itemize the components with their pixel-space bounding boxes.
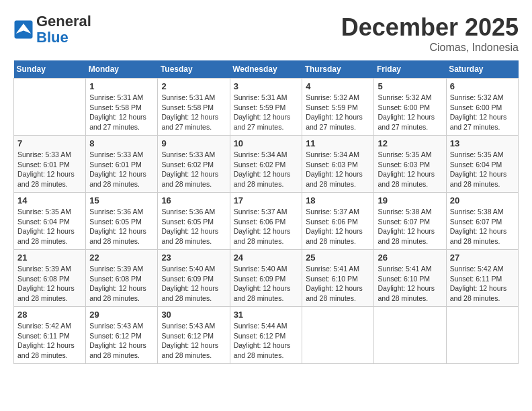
day-number: 3 <box>234 81 299 91</box>
header: General Blue December 2025 Ciomas, Indon… <box>13 13 519 54</box>
day-number: 24 <box>234 253 299 263</box>
calendar-cell <box>374 307 446 364</box>
day-number: 5 <box>378 81 442 91</box>
weekday-header: Wednesday <box>230 60 302 79</box>
day-info: Sunrise: 5:31 AM Sunset: 5:58 PM Dayligh… <box>161 93 226 132</box>
day-info: Sunrise: 5:36 AM Sunset: 6:05 PM Dayligh… <box>161 207 226 246</box>
logo: General Blue <box>13 13 91 46</box>
calendar-cell: 14Sunrise: 5:35 AM Sunset: 6:04 PM Dayli… <box>14 193 86 250</box>
calendar-cell <box>446 307 518 364</box>
weekday-header: Monday <box>86 60 158 79</box>
day-number: 19 <box>378 195 442 205</box>
calendar-cell <box>302 307 374 364</box>
calendar-cell: 2Sunrise: 5:31 AM Sunset: 5:58 PM Daylig… <box>158 79 230 136</box>
weekday-header: Sunday <box>14 60 86 79</box>
calendar-cell: 30Sunrise: 5:43 AM Sunset: 6:12 PM Dayli… <box>158 307 230 364</box>
calendar-cell: 27Sunrise: 5:42 AM Sunset: 6:11 PM Dayli… <box>446 250 518 307</box>
calendar-cell: 20Sunrise: 5:38 AM Sunset: 6:07 PM Dayli… <box>446 193 518 250</box>
day-info: Sunrise: 5:38 AM Sunset: 6:07 PM Dayligh… <box>450 207 515 246</box>
day-info: Sunrise: 5:41 AM Sunset: 6:10 PM Dayligh… <box>378 264 442 304</box>
calendar-cell: 10Sunrise: 5:34 AM Sunset: 6:02 PM Dayli… <box>230 136 302 193</box>
day-number: 20 <box>450 195 515 205</box>
day-info: Sunrise: 5:39 AM Sunset: 6:08 PM Dayligh… <box>89 264 154 304</box>
day-number: 18 <box>306 195 370 205</box>
calendar-cell: 25Sunrise: 5:41 AM Sunset: 6:10 PM Dayli… <box>302 250 374 307</box>
day-info: Sunrise: 5:40 AM Sunset: 6:09 PM Dayligh… <box>161 264 226 304</box>
calendar-cell: 22Sunrise: 5:39 AM Sunset: 6:08 PM Dayli… <box>86 250 158 307</box>
calendar-cell: 31Sunrise: 5:44 AM Sunset: 6:12 PM Dayli… <box>230 307 302 364</box>
calendar-cell: 6Sunrise: 5:32 AM Sunset: 6:00 PM Daylig… <box>446 79 518 136</box>
calendar-cell: 16Sunrise: 5:36 AM Sunset: 6:05 PM Dayli… <box>158 193 230 250</box>
day-number: 30 <box>161 310 226 320</box>
calendar-cell: 29Sunrise: 5:43 AM Sunset: 6:12 PM Dayli… <box>86 307 158 364</box>
day-info: Sunrise: 5:41 AM Sunset: 6:10 PM Dayligh… <box>306 264 370 304</box>
day-number: 15 <box>89 195 154 205</box>
day-info: Sunrise: 5:40 AM Sunset: 6:09 PM Dayligh… <box>234 264 299 304</box>
location: Ciomas, Indonesia <box>341 42 519 54</box>
calendar-cell: 26Sunrise: 5:41 AM Sunset: 6:10 PM Dayli… <box>374 250 446 307</box>
day-info: Sunrise: 5:32 AM Sunset: 6:00 PM Dayligh… <box>378 93 442 132</box>
calendar-cell <box>14 79 86 136</box>
calendar-cell: 11Sunrise: 5:34 AM Sunset: 6:03 PM Dayli… <box>302 136 374 193</box>
calendar-cell: 5Sunrise: 5:32 AM Sunset: 6:00 PM Daylig… <box>374 79 446 136</box>
logo-text: General Blue <box>36 13 91 46</box>
day-info: Sunrise: 5:33 AM Sunset: 6:01 PM Dayligh… <box>17 150 82 189</box>
calendar-cell: 1Sunrise: 5:31 AM Sunset: 5:58 PM Daylig… <box>86 79 158 136</box>
day-info: Sunrise: 5:35 AM Sunset: 6:03 PM Dayligh… <box>378 150 442 189</box>
day-number: 31 <box>234 310 299 320</box>
calendar-cell: 4Sunrise: 5:32 AM Sunset: 5:59 PM Daylig… <box>302 79 374 136</box>
calendar-cell: 21Sunrise: 5:39 AM Sunset: 6:08 PM Dayli… <box>14 250 86 307</box>
day-info: Sunrise: 5:42 AM Sunset: 6:11 PM Dayligh… <box>450 264 515 304</box>
calendar-cell: 19Sunrise: 5:38 AM Sunset: 6:07 PM Dayli… <box>374 193 446 250</box>
logo-icon <box>13 19 34 40</box>
day-info: Sunrise: 5:32 AM Sunset: 5:59 PM Dayligh… <box>306 93 370 132</box>
calendar-week-row: 14Sunrise: 5:35 AM Sunset: 6:04 PM Dayli… <box>14 193 519 250</box>
day-number: 25 <box>306 253 370 263</box>
day-info: Sunrise: 5:31 AM Sunset: 5:59 PM Dayligh… <box>234 93 299 132</box>
day-info: Sunrise: 5:38 AM Sunset: 6:07 PM Dayligh… <box>378 207 442 246</box>
title-area: December 2025 Ciomas, Indonesia <box>341 13 519 54</box>
day-info: Sunrise: 5:33 AM Sunset: 6:01 PM Dayligh… <box>89 150 154 189</box>
weekday-header: Saturday <box>446 60 518 79</box>
day-number: 4 <box>306 81 370 91</box>
calendar-cell: 18Sunrise: 5:37 AM Sunset: 6:06 PM Dayli… <box>302 193 374 250</box>
day-info: Sunrise: 5:35 AM Sunset: 6:04 PM Dayligh… <box>17 207 82 246</box>
day-info: Sunrise: 5:39 AM Sunset: 6:08 PM Dayligh… <box>17 264 82 304</box>
day-number: 17 <box>234 195 299 205</box>
day-info: Sunrise: 5:35 AM Sunset: 6:04 PM Dayligh… <box>450 150 515 189</box>
day-number: 27 <box>450 253 515 263</box>
day-number: 6 <box>450 81 515 91</box>
day-info: Sunrise: 5:43 AM Sunset: 6:12 PM Dayligh… <box>161 321 226 361</box>
day-info: Sunrise: 5:31 AM Sunset: 5:58 PM Dayligh… <box>89 93 154 132</box>
weekday-header-row: SundayMondayTuesdayWednesdayThursdayFrid… <box>14 60 519 79</box>
calendar-week-row: 7Sunrise: 5:33 AM Sunset: 6:01 PM Daylig… <box>14 136 519 193</box>
day-number: 10 <box>234 138 299 148</box>
day-info: Sunrise: 5:33 AM Sunset: 6:02 PM Dayligh… <box>161 150 226 189</box>
calendar-cell: 12Sunrise: 5:35 AM Sunset: 6:03 PM Dayli… <box>374 136 446 193</box>
day-info: Sunrise: 5:34 AM Sunset: 6:03 PM Dayligh… <box>306 150 370 189</box>
day-info: Sunrise: 5:44 AM Sunset: 6:12 PM Dayligh… <box>234 321 299 361</box>
day-number: 8 <box>89 138 154 148</box>
day-info: Sunrise: 5:37 AM Sunset: 6:06 PM Dayligh… <box>306 207 370 246</box>
day-number: 7 <box>17 138 82 148</box>
day-number: 2 <box>161 81 226 91</box>
day-number: 13 <box>450 138 515 148</box>
calendar-cell: 15Sunrise: 5:36 AM Sunset: 6:05 PM Dayli… <box>86 193 158 250</box>
day-info: Sunrise: 5:32 AM Sunset: 6:00 PM Dayligh… <box>450 93 515 132</box>
calendar-cell: 24Sunrise: 5:40 AM Sunset: 6:09 PM Dayli… <box>230 250 302 307</box>
weekday-header: Thursday <box>302 60 374 79</box>
day-number: 14 <box>17 195 82 205</box>
calendar-table: SundayMondayTuesdayWednesdayThursdayFrid… <box>13 60 519 364</box>
day-info: Sunrise: 5:42 AM Sunset: 6:11 PM Dayligh… <box>17 321 82 361</box>
calendar-cell: 9Sunrise: 5:33 AM Sunset: 6:02 PM Daylig… <box>158 136 230 193</box>
calendar-cell: 28Sunrise: 5:42 AM Sunset: 6:11 PM Dayli… <box>14 307 86 364</box>
weekday-header: Friday <box>374 60 446 79</box>
day-info: Sunrise: 5:43 AM Sunset: 6:12 PM Dayligh… <box>89 321 154 361</box>
day-number: 16 <box>161 195 226 205</box>
day-number: 28 <box>17 310 82 320</box>
logo-line2: Blue <box>36 29 69 46</box>
month-title: December 2025 <box>341 13 519 42</box>
day-number: 29 <box>89 310 154 320</box>
logo-line1: General <box>36 13 91 30</box>
calendar-week-row: 1Sunrise: 5:31 AM Sunset: 5:58 PM Daylig… <box>14 79 519 136</box>
